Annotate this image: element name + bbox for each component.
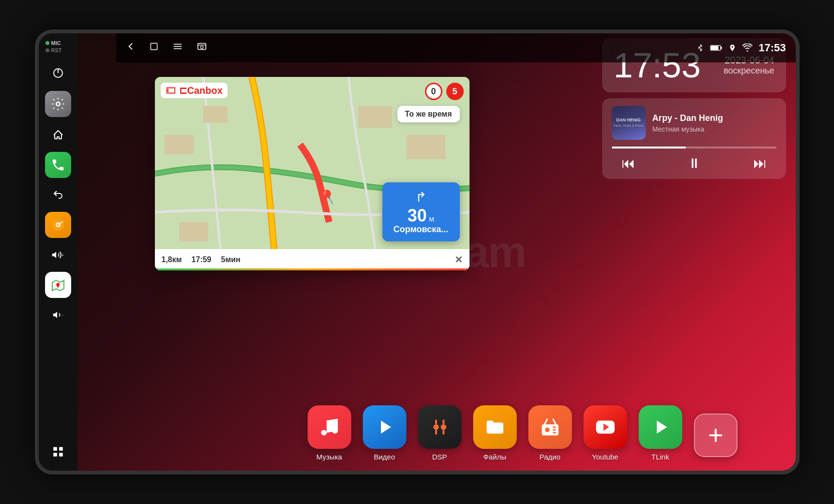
tlink-dock-icon (638, 405, 682, 449)
battery-icon (710, 44, 723, 52)
music-next-button[interactable]: ⏭ (753, 155, 767, 171)
dock-app-radio[interactable]: Радио (528, 405, 572, 461)
video-dock-label: Видео (374, 453, 395, 461)
youtube-dock-icon (583, 405, 627, 449)
svg-point-36 (545, 428, 550, 432)
music-progress-bar[interactable] (612, 147, 776, 148)
remaining-distance: 1,8км (162, 255, 182, 264)
music-source: Местная музыка (652, 125, 723, 133)
back-button[interactable] (46, 183, 70, 207)
nav-screenshot-button[interactable] (197, 41, 207, 55)
nav-distance-value: 30 м (392, 207, 450, 224)
svg-marker-42 (656, 421, 667, 434)
dock-app-youtube[interactable]: Youtube (583, 405, 627, 461)
home-button[interactable] (46, 123, 70, 147)
video-dock-icon (363, 405, 406, 449)
radio-dock-icon (528, 405, 572, 449)
status-bar: 17:53 (697, 42, 786, 54)
dsp-dock-label: DSP (432, 453, 447, 461)
music-controls: ⏮ ⏸ ⏭ (612, 155, 776, 171)
svg-rect-10 (151, 43, 157, 49)
nav-left (126, 41, 697, 55)
files-dock-label: Файлы (483, 453, 506, 461)
mic-dot (45, 41, 49, 45)
music-widget: DAN HENIG Face, Heart & Pulse Агру - Dan… (602, 98, 786, 179)
music-progress-fill (612, 147, 686, 148)
svg-point-2 (56, 102, 60, 106)
music-dock-label: Музыка (317, 453, 342, 461)
route-num-0: 0 (425, 83, 442, 100)
dsp-dock-icon (418, 405, 461, 449)
svg-rect-18 (711, 46, 719, 50)
map-widget[interactable]: ⊏Canbox 0 5 То же время ↱ 30 м Сормовска (155, 77, 470, 270)
svg-rect-20 (165, 135, 194, 154)
music-info: DAN HENIG Face, Heart & Pulse Агру - Dan… (612, 106, 776, 140)
dock-app-add[interactable] (694, 414, 737, 461)
svg-rect-7 (59, 447, 63, 451)
svg-rect-9 (59, 453, 63, 457)
nav-recents-button[interactable] (149, 42, 159, 54)
dock-app-music[interactable]: Музыка (307, 405, 351, 461)
nav-street: Сормовска... (392, 224, 450, 235)
device-shell: MIC RST (35, 30, 800, 474)
rst-dot (45, 48, 49, 52)
music-prev-button[interactable]: ⏮ (622, 155, 635, 171)
tlink-dock-label: TLink (652, 453, 669, 461)
music-app-icon[interactable] (45, 212, 71, 238)
time-popup: То же время (397, 106, 460, 122)
dock-app-dsp[interactable]: DSP (418, 405, 461, 461)
svg-rect-21 (203, 106, 227, 123)
svg-point-15 (200, 46, 203, 49)
nav-card: ↱ 30 м Сормовска... (382, 182, 460, 241)
day-value: воскресенье (724, 66, 774, 76)
wifi-icon (742, 44, 753, 52)
nav-back-button[interactable] (126, 42, 136, 54)
map-progress-bar (155, 268, 470, 270)
volume-up-button[interactable]: + (46, 243, 70, 267)
power-button[interactable] (46, 61, 70, 85)
music-artist: Агру - Dan Henig (652, 113, 723, 123)
app-dock: Музыка Видео (307, 405, 737, 461)
mic-indicator: MIC (45, 40, 61, 46)
maps-app-icon[interactable] (45, 272, 71, 298)
music-pause-button[interactable]: ⏸ (687, 155, 701, 171)
svg-rect-17 (721, 46, 722, 49)
svg-rect-24 (179, 222, 208, 241)
volume-down-button[interactable]: - (46, 303, 70, 327)
dock-app-files[interactable]: Файлы (473, 405, 516, 461)
route-num-5: 5 (446, 83, 464, 100)
radio-dock-label: Радио (539, 453, 560, 461)
remaining-time: 5мин (221, 255, 241, 264)
svg-point-27 (332, 428, 338, 434)
dock-app-tlink[interactable]: TLink (638, 405, 682, 461)
youtube-dock-label: Youtube (592, 453, 619, 461)
svg-rect-6 (53, 447, 57, 451)
apps-grid-button[interactable] (46, 440, 70, 464)
main-screen: frontcam (77, 33, 796, 471)
settings-app-icon[interactable] (45, 91, 71, 117)
dock-app-video[interactable]: Видео (363, 405, 406, 461)
bluetooth-icon (697, 43, 704, 53)
mic-rst-panel: MIC RST (39, 40, 77, 53)
nav-menu-button[interactable] (172, 41, 183, 55)
map-bottom-bar: 1,8км 17:59 5мин ✕ (155, 249, 470, 270)
rst-indicator: RST (45, 47, 62, 53)
map-close-button[interactable]: ✕ (455, 254, 463, 266)
svg-point-29 (433, 424, 439, 430)
svg-point-30 (440, 424, 446, 430)
svg-rect-35 (542, 424, 559, 435)
nav-bar: 17:53 (116, 33, 796, 62)
route-numbers: 0 5 (425, 83, 464, 100)
svg-rect-8 (53, 453, 57, 457)
svg-rect-22 (358, 106, 392, 128)
turn-icon: ↱ (392, 189, 450, 205)
music-dock-icon (307, 405, 351, 449)
files-dock-icon (473, 405, 516, 449)
phone-app-icon[interactable] (45, 152, 71, 178)
location-icon (728, 43, 736, 53)
music-text: Агру - Dan Henig Местная музыка (652, 113, 723, 133)
canbox-logo: ⊏Canbox (161, 83, 227, 98)
svg-rect-23 (407, 135, 445, 159)
map-background: ⊏Canbox 0 5 То же время ↱ 30 м Сормовска (155, 77, 470, 270)
arrival-time: 17:59 (192, 255, 212, 264)
